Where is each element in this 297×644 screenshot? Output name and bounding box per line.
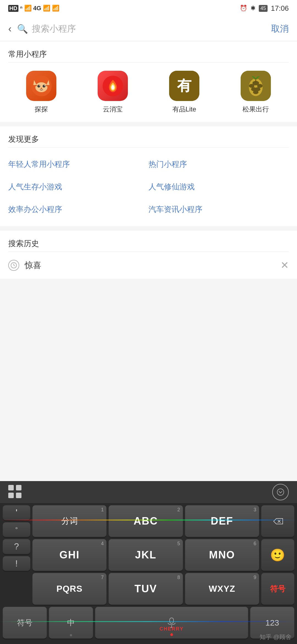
key-degree[interactable]: ° [3,522,30,537]
keyboard-keys-area: ' ° 1 分词 2 ABC 3 DEF [0,503,297,644]
mini-programs-grid: 探探 云消宝 有 有 [0,62,297,122]
svg-point-19 [257,84,263,88]
search-history-section: 搜索历史 惊喜 ✕ [0,231,297,279]
symbol-key-label: 符号 [17,618,32,628]
grid-dot [16,485,21,490]
key-number-5: 5 [177,541,180,547]
keyboard-collapse-button[interactable] [272,484,289,500]
svg-point-27 [277,489,284,495]
history-delete-button-0[interactable]: ✕ [280,260,289,271]
status-right-icons: ⏰ ✱ 45 17:06 [240,4,289,13]
mini-program-youpin[interactable]: 有 有 有品Lite [148,71,220,114]
key-jkl[interactable]: 5 JKL [109,539,183,571]
hd-icon: HD [8,5,18,12]
svg-line-26 [14,265,15,266]
key-mno[interactable]: 6 MNO [185,539,259,571]
history-clock-icon [8,260,19,271]
common-programs-title: 常用小程序 [0,41,297,62]
battery-level: 45 [259,5,268,12]
left-col-2: ? ! [3,539,30,571]
discover-item-4[interactable]: 效率办公小程序 [8,198,148,221]
key-microphone[interactable]: CHERRY [95,607,248,638]
search-key-label: 符号 [270,584,285,594]
search-input-placeholder[interactable]: 搜索小程序 [32,23,266,35]
discover-item-0[interactable]: 年轻人常用小程序 [8,153,148,176]
key-abc[interactable]: 2 ABC [109,505,183,537]
back-button[interactable]: ‹ [8,23,12,35]
signal-icon-2: 📶 [43,5,50,12]
key-label-mno: MNO [209,549,235,561]
key-label-ghi: GHI [59,549,80,561]
clock-svg [10,262,17,269]
signal-icon-1: 📶 [24,5,32,12]
key-number-9: 9 [254,575,256,580]
chinese-key-label: 中 [67,618,75,628]
discover-item-5[interactable]: 汽车资讯小程序 [148,198,289,221]
key-tuv[interactable]: 8 TUV [109,573,183,605]
key-123-label: 123 [265,618,279,627]
svg-rect-30 [170,618,174,623]
grid-row-2 [8,493,23,498]
cancel-button[interactable]: 取消 [271,23,289,35]
grid-dot [8,493,14,498]
svg-point-6 [37,85,40,88]
discover-item-1[interactable]: 热门小程序 [148,153,289,176]
grid-dot [8,485,14,490]
key-backspace[interactable] [261,505,294,537]
tantan-label: 探探 [35,105,48,114]
mini-program-songguo[interactable]: 松果出行 [220,71,292,114]
key-wxyz[interactable]: 9 WXYZ [185,573,259,605]
zhihu-watermark: 知乎 @顾舍 [260,633,292,641]
key-chinese[interactable]: 中 [49,607,93,638]
key-question[interactable]: ? [3,539,30,554]
search-bar: ‹ 🔍 搜索小程序 取消 [0,17,297,41]
key-number-3: 3 [254,507,256,513]
key-number-1: 1 [101,507,104,513]
key-emoji[interactable]: 🙂 [261,539,294,571]
wifi-icon: 📶 [52,5,59,12]
key-label-def: DEF [211,515,233,527]
svg-point-7 [43,85,45,88]
key-ghi[interactable]: 4 GHI [32,539,106,571]
key-symbol[interactable]: 符号 [3,607,47,638]
key-fenci[interactable]: 1 分词 [32,505,106,537]
key-apostrophe[interactable]: ' [3,505,30,520]
discover-section: 发现更多 年轻人常用小程序 热门小程序 人气生存小游戏 人气修仙游戏 效率办公小… [0,126,297,226]
key-row-1: ' ° 1 分词 2 ABC 3 DEF [3,505,294,537]
search-icon: 🔍 [17,24,28,34]
key-number-8: 8 [177,575,180,580]
mini-program-yunxiaobao[interactable]: 云消宝 [77,71,148,114]
cherry-text: CHERRY [160,626,183,632]
keyboard-grid-button[interactable] [8,485,23,499]
yunxiaobao-svg [103,76,123,96]
time-display: 17:06 [271,4,289,13]
svg-text:有: 有 [177,78,192,94]
network-icon-1: ⁿ [20,5,23,12]
key-number-4: 4 [101,541,104,547]
key-exclamation[interactable]: ! [3,556,30,571]
svg-point-8 [39,85,40,86]
history-text-0: 惊喜 [25,260,280,271]
key-label-pqrs: PQRS [56,584,82,594]
key-number-6: 6 [254,541,256,547]
discover-item-3[interactable]: 人气修仙游戏 [148,176,289,198]
mini-program-tantan[interactable]: 探探 [6,71,77,114]
network-4g-icon: 4G [33,5,41,12]
key-number-7: 7 [101,575,104,580]
svg-point-18 [249,84,254,88]
tantan-svg [31,76,52,96]
key-search[interactable]: 符号 [261,573,294,605]
yunxiaobao-icon [98,71,128,101]
history-item-0: 惊喜 ✕ [0,252,297,279]
discover-item-2[interactable]: 人气生存小游戏 [8,176,148,198]
key-row-bottom: 符号 中 CHERRY [3,607,294,638]
keyboard-top-bar [0,481,297,503]
discover-title: 发现更多 [0,126,297,147]
collapse-icon [277,488,284,496]
key-pqrs[interactable]: 7 PQRS [32,573,106,605]
cherry-logo-icon [169,632,174,636]
left-spacer [3,573,30,605]
cherry-branding: CHERRY [160,626,183,636]
key-def[interactable]: 3 DEF [185,505,259,537]
key-label-abc: ABC [134,515,158,527]
